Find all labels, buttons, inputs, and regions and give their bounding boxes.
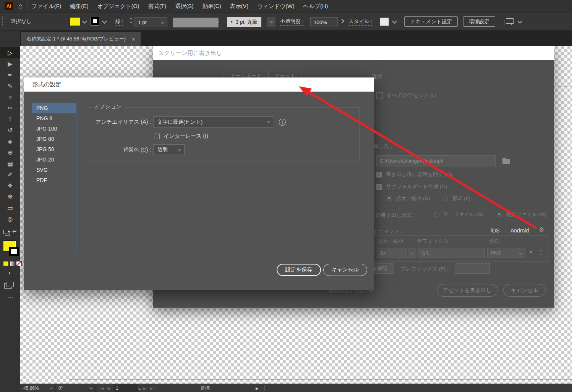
workspace-switcher-icon[interactable] (506, 18, 514, 24)
format-settings-gear-icon[interactable]: ⚙ (539, 226, 544, 233)
menu-item[interactable]: オブジェクト(O) (97, 3, 139, 10)
export-cancel-button[interactable]: キャンセル (503, 284, 546, 297)
opacity-menu-arrow-icon[interactable] (339, 19, 344, 24)
gradient-button[interactable] (10, 261, 15, 266)
all-assets-checkbox[interactable] (376, 92, 383, 99)
status-collapse-icon[interactable]: ⟨ (263, 384, 265, 392)
artboard-chevron-icon[interactable] (138, 387, 141, 390)
paintbrush-tool[interactable]: ✑ (0, 103, 20, 114)
folder-icon[interactable] (502, 159, 510, 164)
menu-item[interactable]: 編集(E) (70, 3, 88, 10)
brush-chevron-button[interactable] (267, 17, 275, 27)
row-scroll-stepper[interactable] (540, 250, 542, 255)
format-list-item[interactable]: JPG 20 (32, 155, 76, 165)
format-cancel-button[interactable]: キャンセル (323, 264, 367, 276)
next-artboard-button[interactable]: ▶ (143, 384, 146, 392)
scale-value-field[interactable]: 1x (377, 248, 407, 258)
fill-color-swatch[interactable] (70, 17, 80, 26)
style-chevron-icon[interactable] (392, 19, 397, 24)
opacity-field[interactable]: 100% (310, 17, 338, 27)
screen-mode-icon[interactable] (6, 282, 14, 287)
ellipse-tool[interactable]: ○ (0, 92, 20, 103)
shape-builder-tool[interactable]: ⊕ (0, 147, 20, 158)
first-artboard-button[interactable]: │◀ (98, 384, 104, 392)
more-tools-icon[interactable]: ⋯ (0, 294, 20, 301)
illustrator-app-icon[interactable]: Ai (5, 2, 13, 10)
scale-dropdown-button[interactable] (408, 248, 416, 258)
style-label[interactable]: スタイル : (348, 18, 373, 26)
fill-chevron-icon[interactable] (82, 19, 87, 24)
format-dialog-titlebar[interactable]: 形式の設定 (24, 77, 374, 92)
stroke-color-swatch[interactable] (91, 17, 99, 25)
type-tool[interactable]: T (0, 114, 20, 125)
workspace-chevron-icon[interactable] (517, 19, 522, 24)
format-list-item[interactable]: PNG 8 (32, 113, 76, 124)
selection-tool[interactable]: ▷ (0, 47, 20, 58)
save-settings-button[interactable]: 設定を保存 (277, 264, 321, 276)
default-colors-icon[interactable] (3, 230, 8, 234)
android-link[interactable]: Android (510, 227, 529, 234)
menu-item[interactable]: ファイル(F) (31, 3, 61, 10)
export-assets-button[interactable]: アセットを書き出し (437, 284, 497, 297)
preferences-button[interactable]: 環境設定 (463, 16, 495, 27)
format-list-item[interactable]: PNG (32, 103, 76, 113)
subfolder-checkbox[interactable]: ✓ (376, 184, 382, 190)
subfolder-row[interactable]: ✓ サブフォルダーを作成 (C) (376, 183, 447, 190)
last-artboard-button[interactable]: ▶│ (150, 384, 156, 392)
blend-tool[interactable]: ❖ (0, 180, 20, 191)
menu-item[interactable]: 書式(T) (148, 3, 167, 10)
stroke-color-well[interactable] (9, 247, 19, 256)
artboard-number-field[interactable]: 1 (113, 384, 138, 392)
prefix-input[interactable] (455, 263, 490, 274)
menu-item[interactable]: ヘルプ(H) (303, 3, 328, 10)
style-swatch[interactable] (380, 18, 389, 26)
info-icon[interactable]: ⓘ (279, 118, 286, 127)
swap-fill-stroke-icon[interactable]: ↩ (12, 228, 17, 234)
suffix-field[interactable]: なし (418, 248, 485, 258)
none-button[interactable] (16, 261, 22, 266)
direct-selection-tool[interactable]: ▶ (0, 58, 20, 69)
eraser-tool[interactable]: ◈ (0, 136, 20, 147)
scale-radio[interactable] (387, 196, 392, 201)
format-dropdown[interactable]: PNG (487, 248, 525, 258)
open-location-row[interactable]: ✓ 書き出し後に場所を開く (O) (376, 171, 452, 178)
home-icon[interactable]: ⌂ (18, 2, 23, 10)
panel-drag-handle[interactable] (2, 16, 4, 26)
previous-artboard-button[interactable]: ◀ (107, 384, 110, 392)
artboard-tool[interactable]: ▭ (0, 202, 20, 213)
rotate-tool[interactable]: ↺ (0, 125, 20, 136)
close-tab-icon[interactable]: × (132, 36, 135, 42)
gradient-tool[interactable]: ▤ (0, 158, 20, 169)
delete-row-icon[interactable]: × (529, 249, 533, 256)
stroke-weight-stepper[interactable] (130, 18, 132, 23)
pen-tool[interactable]: ✒ (0, 69, 20, 81)
document-setup-button[interactable]: ドキュメント設定 (404, 16, 458, 27)
draw-mode-icon[interactable]: ◐ (0, 269, 20, 276)
ios-link[interactable]: iOS (491, 227, 499, 234)
rotation-dropdown[interactable]: 0° (58, 384, 92, 392)
width-profile-dropdown[interactable] (173, 18, 219, 27)
format-list-item[interactable]: SVG (32, 165, 76, 175)
symbol-sprayer-tool[interactable]: ❋ (0, 191, 20, 202)
document-tab[interactable]: 名称未設定-1 * @ 45.86 %(RGB/プレビュー) × (21, 32, 141, 46)
antialias-dropdown[interactable]: 文字に最適(ヒント) (153, 116, 274, 127)
pdf-multiple-radio[interactable] (497, 212, 502, 217)
menu-item[interactable]: 効果(C) (203, 3, 221, 10)
format-list-item[interactable]: JPG 50 (32, 144, 76, 155)
format-list-item[interactable]: JPG 80 (32, 134, 76, 144)
stroke-weight-field[interactable]: 1 pt (134, 17, 167, 27)
export-path-field[interactable]: C:¥Users¥zhangq¥Desktop¥ (376, 155, 496, 166)
export-dialog-titlebar[interactable]: スクリーン用に書き出し (153, 46, 554, 60)
stroke-weight-label[interactable]: 線 : (115, 18, 123, 26)
format-radio[interactable] (443, 196, 448, 201)
menu-item[interactable]: 表示(V) (230, 3, 248, 10)
background-dropdown[interactable]: 透明 (153, 144, 185, 155)
menu-item[interactable]: 選択(S) (175, 3, 193, 10)
all-assets-row[interactable]: すべてのアセット (L) (376, 92, 437, 99)
opacity-label[interactable]: 不透明度 : (280, 18, 304, 26)
format-list-item[interactable]: JPG 100 (32, 124, 76, 134)
stroke-chevron-icon[interactable] (102, 19, 107, 24)
zoom-level-dropdown[interactable]: 45.86% (23, 384, 52, 392)
menu-item[interactable]: ウィンドウ(W) (257, 3, 295, 10)
color-button[interactable] (3, 261, 9, 266)
